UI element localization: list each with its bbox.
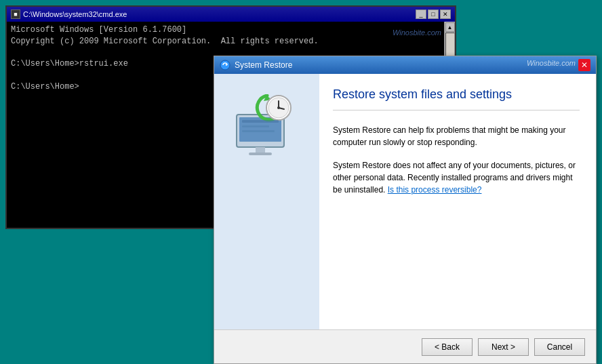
restore-watermark: Winosbite.com xyxy=(527,59,576,67)
restore-page-title: Restore system files and settings xyxy=(333,87,580,110)
restore-title-icon xyxy=(220,60,230,70)
restore-body: Restore system files and settings System… xyxy=(214,74,596,329)
cmd-watermark: Winosbite.com xyxy=(393,28,441,37)
svg-rect-12 xyxy=(242,125,269,127)
svg-rect-13 xyxy=(242,130,275,132)
restore-dialog-title: System Restore xyxy=(235,60,292,70)
restore-titlebar: System Restore Winosbite.com ✕ xyxy=(214,56,596,74)
cmd-title: C:\Windows\system32\cmd.exe xyxy=(23,10,127,18)
svg-rect-4 xyxy=(249,153,272,155)
cmd-titlebar-left: ■ C:\Windows\system32\cmd.exe xyxy=(11,9,127,19)
restore-close-btn[interactable]: ✕ xyxy=(578,59,590,71)
next-button[interactable]: Next > xyxy=(478,338,529,356)
svg-rect-3 xyxy=(256,147,265,153)
restore-description-2: System Restore does not affect any of yo… xyxy=(333,159,580,196)
cmd-icon: ■ xyxy=(11,9,20,19)
system-restore-dialog: System Restore Winosbite.com ✕ xyxy=(214,56,597,364)
restore-left-panel xyxy=(214,74,319,329)
cmd-titlebar: ■ C:\Windows\system32\cmd.exe _ □ ✕ xyxy=(7,7,455,22)
cancel-button[interactable]: Cancel xyxy=(534,338,585,356)
restore-illustration xyxy=(230,94,304,162)
svg-point-10 xyxy=(277,106,280,109)
restore-description-1: System Restore can help fix problems tha… xyxy=(333,124,580,148)
restore-reversible-link[interactable]: Is this process reversible? xyxy=(388,185,482,195)
restore-titlebar-right: Winosbite.com ✕ xyxy=(578,59,590,71)
cmd-controls: _ □ ✕ xyxy=(416,9,451,19)
cmd-close-btn[interactable]: ✕ xyxy=(440,9,451,19)
cmd-scroll-up[interactable]: ▲ xyxy=(445,22,455,32)
restore-footer: < Back Next > Cancel xyxy=(214,329,596,363)
restore-titlebar-left: System Restore xyxy=(220,60,292,70)
cmd-line-2: Copyright (c) 2009 Microsoft Corporation… xyxy=(11,36,440,47)
cmd-maximize-btn[interactable]: □ xyxy=(428,9,439,19)
cmd-line-1: Microsoft Windows [Version 6.1.7600] xyxy=(11,24,440,36)
svg-rect-11 xyxy=(242,120,279,123)
cmd-minimize-btn[interactable]: _ xyxy=(416,9,426,19)
back-button[interactable]: < Back xyxy=(422,338,473,356)
restore-right-panel: Restore system files and settings System… xyxy=(319,74,596,329)
